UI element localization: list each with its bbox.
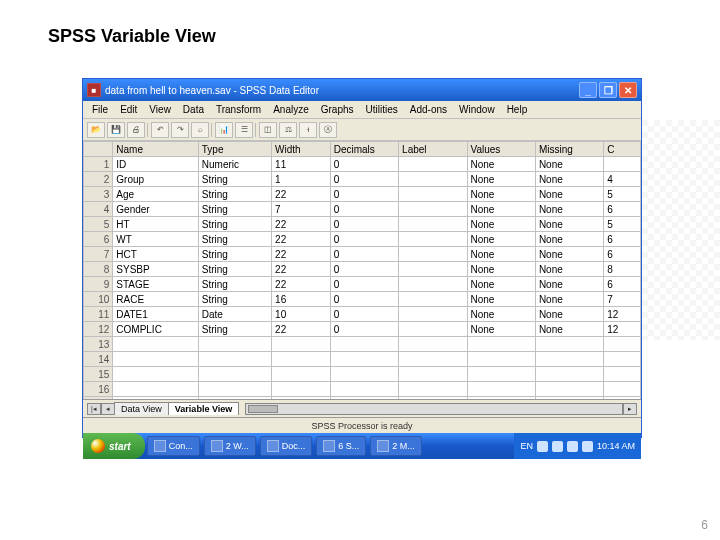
chart-icon[interactable]: 📊 [215, 122, 233, 138]
cell-decimals[interactable]: 0 [330, 247, 398, 262]
table-row[interactable]: 2GroupString10NoneNone4 [84, 172, 641, 187]
scroll-next-icon[interactable]: ▸ [623, 403, 637, 415]
row-number[interactable]: 15 [84, 367, 113, 382]
cell-name[interactable]: SYSBP [113, 262, 199, 277]
cell-decimals[interactable]: 0 [330, 307, 398, 322]
open-icon[interactable]: 📂 [87, 122, 105, 138]
cell-type[interactable]: String [198, 262, 271, 277]
row-number[interactable]: 4 [84, 202, 113, 217]
col-label[interactable]: Label [399, 142, 467, 157]
tab-variable-view[interactable]: Variable View [168, 402, 239, 415]
task-item[interactable]: Con... [147, 436, 200, 456]
row-number[interactable]: 7 [84, 247, 113, 262]
cell-label[interactable] [399, 217, 467, 232]
cell-label[interactable] [399, 187, 467, 202]
col-values[interactable]: Values [467, 142, 535, 157]
cell-width[interactable]: 7 [272, 202, 331, 217]
scroll-first-icon[interactable]: |◂ [87, 403, 101, 415]
menu-graphs[interactable]: Graphs [316, 103, 359, 116]
table-row[interactable]: 9STAGEString220NoneNone6 [84, 277, 641, 292]
row-number[interactable]: 11 [84, 307, 113, 322]
cell-width[interactable]: 22 [272, 262, 331, 277]
titlebar[interactable]: ■ data from hell to heaven.sav - SPSS Da… [83, 79, 641, 101]
col-name[interactable]: Name [113, 142, 199, 157]
menu-file[interactable]: File [87, 103, 113, 116]
redo-icon[interactable]: ↷ [171, 122, 189, 138]
cell-type[interactable]: String [198, 202, 271, 217]
menu-window[interactable]: Window [454, 103, 500, 116]
cell-name[interactable]: RACE [113, 292, 199, 307]
cell-name[interactable]: ID [113, 157, 199, 172]
goto-icon[interactable]: ⌕ [191, 122, 209, 138]
row-number[interactable]: 16 [84, 382, 113, 397]
cell-missing[interactable]: None [535, 232, 603, 247]
cell-values[interactable]: None [467, 172, 535, 187]
table-row[interactable]: 1IDNumeric110NoneNone [84, 157, 641, 172]
cell-label[interactable] [399, 157, 467, 172]
language-indicator[interactable]: EN [520, 441, 533, 451]
cell-label[interactable] [399, 247, 467, 262]
cell-columns[interactable]: 5 [604, 187, 641, 202]
scroll-prev-icon[interactable]: ◂ [101, 403, 115, 415]
menu-help[interactable]: Help [502, 103, 533, 116]
cell-decimals[interactable]: 0 [330, 232, 398, 247]
menu-edit[interactable]: Edit [115, 103, 142, 116]
network-icon[interactable] [582, 441, 593, 452]
tray-icon[interactable] [537, 441, 548, 452]
cell-values[interactable]: None [467, 307, 535, 322]
cell-missing[interactable]: None [535, 262, 603, 277]
row-number[interactable]: 6 [84, 232, 113, 247]
save-icon[interactable]: 💾 [107, 122, 125, 138]
cell-decimals[interactable]: 0 [330, 172, 398, 187]
cell-decimals[interactable]: 0 [330, 202, 398, 217]
cell-values[interactable]: None [467, 217, 535, 232]
menu-utilities[interactable]: Utilities [361, 103, 403, 116]
cell-type[interactable]: String [198, 247, 271, 262]
cell-type[interactable]: String [198, 187, 271, 202]
cell-columns[interactable]: 6 [604, 247, 641, 262]
cell-columns[interactable] [604, 157, 641, 172]
table-row[interactable]: 7HCTString220NoneNone6 [84, 247, 641, 262]
cell-name[interactable]: Gender [113, 202, 199, 217]
cell-values[interactable]: None [467, 187, 535, 202]
row-number[interactable]: 5 [84, 217, 113, 232]
cell-width[interactable]: 16 [272, 292, 331, 307]
table-row[interactable]: 8SYSBPString220NoneNone8 [84, 262, 641, 277]
cell-name[interactable]: COMPLIC [113, 322, 199, 337]
task-item[interactable]: Doc... [260, 436, 313, 456]
cell-width[interactable]: 22 [272, 277, 331, 292]
cell-columns[interactable]: 12 [604, 307, 641, 322]
split-icon[interactable]: ⫞ [299, 122, 317, 138]
cell-values[interactable]: None [467, 157, 535, 172]
col-decimals[interactable]: Decimals [330, 142, 398, 157]
row-number[interactable]: 12 [84, 322, 113, 337]
value-labels-icon[interactable]: Ⓐ [319, 122, 337, 138]
volume-icon[interactable] [567, 441, 578, 452]
cell-decimals[interactable]: 0 [330, 292, 398, 307]
cell-values[interactable]: None [467, 232, 535, 247]
cell-type[interactable]: Date [198, 307, 271, 322]
cell-type[interactable]: String [198, 172, 271, 187]
row-number[interactable]: 1 [84, 157, 113, 172]
cell-width[interactable]: 22 [272, 247, 331, 262]
col-width[interactable]: Width [272, 142, 331, 157]
cell-name[interactable]: DATE1 [113, 307, 199, 322]
cell-name[interactable]: WT [113, 232, 199, 247]
cell-columns[interactable]: 6 [604, 232, 641, 247]
table-row[interactable]: 11DATE1Date100NoneNone12 [84, 307, 641, 322]
undo-icon[interactable]: ↶ [151, 122, 169, 138]
cell-width[interactable]: 22 [272, 322, 331, 337]
menu-data[interactable]: Data [178, 103, 209, 116]
table-row[interactable]: 6WTString220NoneNone6 [84, 232, 641, 247]
tray-icon[interactable] [552, 441, 563, 452]
cell-columns[interactable]: 8 [604, 262, 641, 277]
cell-type[interactable]: Numeric [198, 157, 271, 172]
close-button[interactable]: ✕ [619, 82, 637, 98]
cell-decimals[interactable]: 0 [330, 322, 398, 337]
table-row[interactable]: 12COMPLICString220NoneNone12 [84, 322, 641, 337]
cell-name[interactable]: Group [113, 172, 199, 187]
cell-missing[interactable]: None [535, 157, 603, 172]
menu-transform[interactable]: Transform [211, 103, 266, 116]
minimize-button[interactable]: _ [579, 82, 597, 98]
cell-columns[interactable]: 6 [604, 277, 641, 292]
